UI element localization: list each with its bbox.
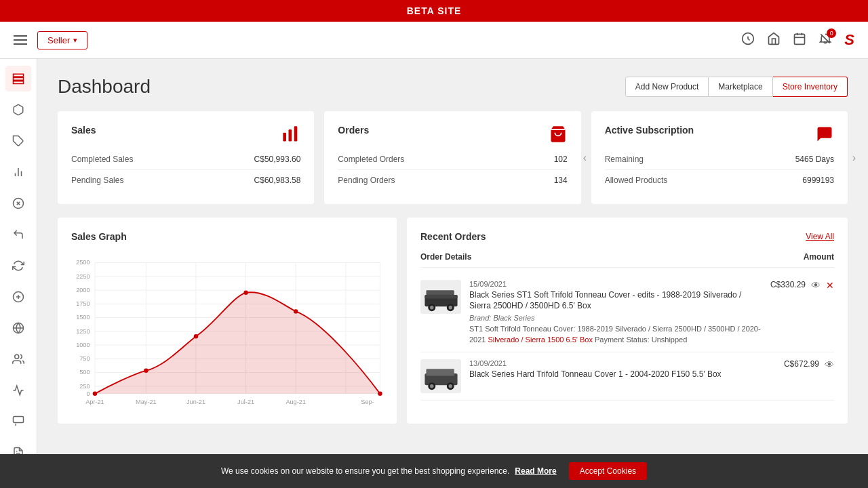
calendar-icon[interactable] — [793, 32, 806, 49]
order-item: 15/09/2021 Black Series ST1 Soft Trifold… — [420, 273, 834, 352]
order-brand: Brand: Black Series — [469, 314, 764, 322]
allowed-products-row: Allowed Products 6999193 — [605, 170, 834, 190]
svg-rect-80 — [425, 295, 457, 299]
order-details: 15/09/2021 Black Series ST1 Soft Trifold… — [469, 280, 764, 345]
order-view-icon-2[interactable]: 👁 — [825, 359, 834, 370]
allowed-products-label: Allowed Products — [605, 176, 668, 185]
sidebar-item-labels[interactable] — [5, 409, 31, 434]
svg-text:Jul-21: Jul-21 — [237, 399, 254, 405]
allowed-products-value: 6999193 — [802, 176, 834, 185]
svg-text:2250: 2250 — [76, 273, 90, 280]
svg-rect-7 — [14, 81, 24, 84]
order-date: 15/09/2021 — [469, 280, 764, 288]
sidebar-item-returns[interactable] — [5, 222, 31, 247]
svg-point-66 — [294, 309, 298, 313]
sidebar-item-marketing[interactable] — [5, 378, 31, 403]
brand-logo: S — [844, 31, 854, 49]
completed-sales-value: C$50,993.60 — [254, 155, 301, 164]
subscription-prev-arrow[interactable]: ‹ — [583, 152, 587, 164]
add-new-product-button[interactable]: Add New Product — [625, 77, 709, 97]
view-all-link[interactable]: View All — [806, 232, 834, 241]
sidebar-item-partners[interactable] — [5, 346, 31, 372]
svg-point-65 — [243, 291, 248, 295]
sidebar-item-products[interactable] — [5, 97, 31, 123]
svg-text:750: 750 — [79, 355, 90, 362]
seller-button[interactable]: Seller ▾ — [37, 31, 87, 49]
completed-orders-label: Completed Orders — [338, 155, 404, 164]
order-amount: C$330.29 — [770, 280, 806, 289]
svg-text:May-21: May-21 — [136, 399, 157, 405]
bottom-row: Sales Graph 2500 2250 2000 1750 1500 125… — [58, 218, 848, 424]
subscription-next-arrow[interactable]: › — [852, 152, 856, 164]
svg-point-85 — [430, 384, 434, 388]
hamburger-menu[interactable] — [14, 35, 27, 45]
svg-text:1750: 1750 — [76, 300, 90, 307]
order-amount-col-2: C$672.99 👁 — [784, 359, 834, 370]
layout: Dashboard Add New Product Marketplace St… — [0, 59, 868, 488]
sales-graph-title: Sales Graph — [71, 231, 383, 242]
svg-rect-6 — [14, 78, 24, 81]
remaining-value: 5465 Days — [795, 155, 834, 164]
orders-header: Recent Orders View All — [420, 231, 834, 242]
seller-label: Seller — [47, 35, 70, 45]
order-image-2 — [420, 359, 461, 393]
store-inventory-button[interactable]: Store Inventory — [773, 77, 848, 97]
sidebar-item-tags[interactable] — [5, 128, 31, 154]
sidebar-item-pricing[interactable] — [5, 284, 31, 310]
recent-orders-title: Recent Orders — [420, 231, 486, 242]
page-title: Dashboard — [58, 76, 151, 98]
order-view-icon[interactable]: 👁 — [811, 280, 821, 291]
sales-title: Sales — [71, 125, 300, 136]
orders-columns: Order Details Amount — [420, 252, 834, 268]
subscription-title: Active Subscription — [605, 125, 834, 136]
svg-text:Apr-21: Apr-21 — [85, 399, 104, 405]
marketplace-button[interactable]: Marketplace — [709, 77, 772, 97]
sidebar-item-analytics[interactable] — [5, 159, 31, 185]
sidebar-item-close[interactable] — [5, 190, 31, 216]
orders-card: Orders Completed Orders 102 Pending Orde… — [324, 111, 580, 204]
sales-card: Sales Completed Sales C$50,993.60 Pendin… — [58, 111, 314, 204]
sidebar-item-sync[interactable] — [5, 253, 31, 279]
pending-sales-label: Pending Sales — [71, 176, 123, 185]
svg-text:1500: 1500 — [76, 314, 90, 321]
svg-rect-5 — [14, 74, 24, 77]
beta-bar-label: BETA SITE — [407, 5, 462, 16]
order-amount-col: C$330.29 👁 ✕ — [770, 280, 834, 291]
home-icon[interactable] — [767, 32, 781, 49]
svg-text:500: 500 — [79, 369, 90, 375]
remaining-row: Remaining 5465 Days — [605, 149, 834, 170]
order-date-2: 13/09/2021 — [469, 359, 777, 367]
order-name: Black Series ST1 Soft Trifold Tonneau Co… — [469, 290, 764, 311]
notification-count: 0 — [827, 28, 836, 38]
svg-rect-1 — [795, 34, 805, 44]
svg-point-63 — [144, 369, 148, 373]
sales-chart: 2500 2250 2000 1750 1500 1250 1000 750 5… — [71, 252, 383, 410]
svg-rect-82 — [426, 369, 454, 376]
completed-orders-row: Completed Orders 102 — [338, 149, 567, 170]
sales-icon — [281, 125, 300, 148]
recent-orders-card: Recent Orders View All Order Details Amo… — [407, 218, 848, 424]
sidebar-item-global[interactable] — [5, 315, 31, 341]
accept-cookies-button[interactable]: Accept Cookies — [569, 462, 647, 480]
orders-icon — [549, 125, 568, 148]
order-close-icon[interactable]: ✕ — [826, 280, 834, 291]
subscription-card: ‹ › Active Subscription Remaining 5465 D… — [591, 111, 848, 204]
completed-sales-label: Completed Sales — [71, 155, 133, 164]
svg-point-67 — [378, 392, 382, 396]
svg-rect-21 — [14, 417, 24, 423]
header: Seller ▾ 0 S — [0, 22, 868, 59]
order-name-2: Black Series Hard Trifold Tonneau Cover … — [469, 369, 777, 380]
svg-text:Jun-21: Jun-21 — [186, 399, 205, 405]
svg-point-64 — [194, 334, 198, 338]
col-order-details: Order Details — [420, 252, 471, 262]
speedometer-icon[interactable] — [741, 32, 755, 49]
stats-row: Sales Completed Sales C$50,993.60 Pendin… — [58, 111, 848, 204]
completed-sales-row: Completed Sales C$50,993.60 — [71, 149, 300, 170]
svg-text:Aug-21: Aug-21 — [285, 399, 306, 405]
cookie-read-more-link[interactable]: Read More — [515, 466, 556, 476]
pending-sales-row: Pending Sales C$60,983.58 — [71, 170, 300, 190]
header-left: Seller ▾ — [14, 31, 87, 49]
pending-orders-value: 134 — [554, 176, 568, 185]
notifications-icon[interactable]: 0 — [818, 32, 832, 49]
sidebar-item-inventory[interactable] — [5, 66, 31, 92]
